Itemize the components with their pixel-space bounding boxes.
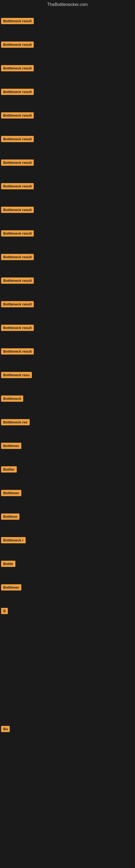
bottleneck-result-badge: Bottleneck result xyxy=(1,183,34,189)
empty-row xyxy=(0,788,135,812)
list-item: Bottleneck result xyxy=(0,104,135,127)
bottleneck-result-badge: Bottleneck result xyxy=(1,348,34,354)
list-item: Bottleneck result xyxy=(0,151,135,175)
bottleneck-result-badge: Bottleneck res xyxy=(1,419,30,425)
list-item: Bottleneck result xyxy=(0,222,135,245)
bottleneck-result-badge: Bottlenec xyxy=(1,490,21,496)
list-item: Bottleneck result xyxy=(0,80,135,104)
bottleneck-result-badge: Bottleneck result xyxy=(1,278,34,284)
bottleneck-result-badge: Bottleneck result xyxy=(1,65,34,71)
list-item: Bottleneck result xyxy=(0,316,135,340)
bottleneck-result-badge: Bottleneck result xyxy=(1,207,34,213)
bottleneck-result-badge: Bottleneck result xyxy=(1,136,34,142)
list-item: Bottleneck result xyxy=(0,292,135,316)
empty-row xyxy=(0,646,135,670)
bottleneck-result-badge: Bottleneck xyxy=(1,396,23,402)
list-item: Bottleneck result xyxy=(0,127,135,151)
list-item: Bottle xyxy=(0,552,135,576)
list-item: Bottleneck resu xyxy=(0,363,135,387)
list-item: Bottleneck xyxy=(0,387,135,410)
list-item: Bottleneck result xyxy=(0,9,135,33)
site-title: TheBottlenecker.com xyxy=(0,0,135,9)
empty-row xyxy=(0,693,135,717)
list-item: Bottler xyxy=(0,458,135,481)
list-item: Bottleneck res xyxy=(0,410,135,434)
list-item: Bottlenec xyxy=(0,576,135,599)
list-item: Bo xyxy=(0,717,135,741)
list-item: Bottleneck result xyxy=(0,245,135,269)
list-item: Bottleneck result xyxy=(0,175,135,198)
bottleneck-result-badge: B xyxy=(1,608,8,614)
list-item: Bottleneck result xyxy=(0,33,135,56)
bottleneck-result-badge: Bottleneck result xyxy=(1,159,34,166)
bottleneck-result-badge: Bottleneck result xyxy=(1,254,34,260)
empty-row xyxy=(0,623,135,646)
bottleneck-result-badge: Bottleneck result xyxy=(1,18,34,24)
list-item: Bottleneck result xyxy=(0,269,135,292)
bottleneck-result-badge: Bottleneck result xyxy=(1,112,34,119)
bottleneck-result-badge: Bottle xyxy=(1,561,15,567)
bottleneck-result-badge: Bottlenec xyxy=(1,443,21,449)
bottleneck-result-badge: Bottleneck result xyxy=(1,301,34,307)
bottleneck-result-badge: Bottleneck result xyxy=(1,41,34,48)
list-item: Bottlenec xyxy=(0,434,135,458)
list-item: Bottlene xyxy=(0,505,135,528)
empty-row xyxy=(0,764,135,788)
bottleneck-result-badge: Bottler xyxy=(1,466,17,472)
bottleneck-result-badge: Bo xyxy=(1,726,10,732)
bottleneck-result-badge: Bottleneck r xyxy=(1,537,26,543)
list-item: B xyxy=(0,599,135,623)
bottleneck-result-badge: Bottlene xyxy=(1,514,19,520)
bottleneck-result-badge: Bottleneck result xyxy=(1,325,34,331)
bottleneck-result-badge: Bottlenec xyxy=(1,584,21,590)
bottleneck-result-badge: Bottleneck result xyxy=(1,230,34,237)
empty-row xyxy=(0,812,135,835)
list-item: Bottleneck result xyxy=(0,198,135,222)
bottleneck-result-badge: Bottleneck result xyxy=(1,89,34,95)
empty-row xyxy=(0,670,135,693)
empty-row xyxy=(0,741,135,764)
list-item: Bottleneck result xyxy=(0,340,135,363)
list-item: Bottleneck r xyxy=(0,528,135,552)
bottleneck-result-badge: Bottleneck resu xyxy=(1,372,32,378)
list-item: Bottlenec xyxy=(0,481,135,505)
list-item: Bottleneck result xyxy=(0,56,135,80)
